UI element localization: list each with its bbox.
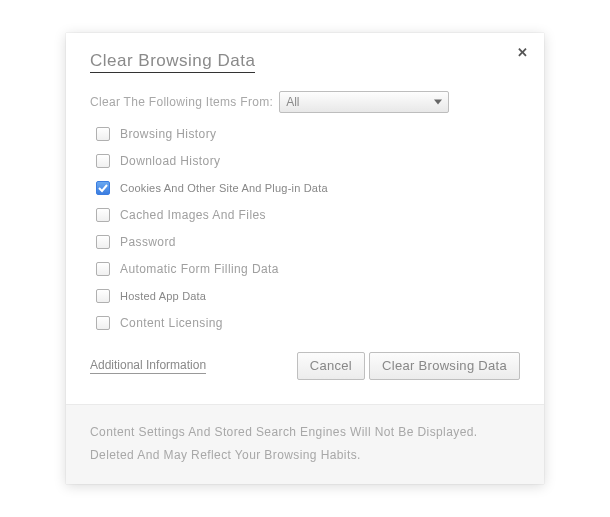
dialog-footer: Content Settings And Stored Search Engin… xyxy=(66,404,544,485)
button-group: Cancel Clear Browsing Data xyxy=(297,352,520,380)
option-cookies: Cookies And Other Site And Plug-in Data xyxy=(96,181,520,195)
time-range-value: All xyxy=(286,95,299,109)
option-download-history: Download History xyxy=(96,154,520,168)
checkbox-content-licenses[interactable] xyxy=(96,316,110,330)
checkbox-cookies[interactable] xyxy=(96,181,110,195)
option-label: Password xyxy=(120,235,176,249)
option-label: Download History xyxy=(120,154,220,168)
chevron-down-icon xyxy=(434,99,442,104)
option-passwords: Password xyxy=(96,235,520,249)
close-icon[interactable]: ✕ xyxy=(514,45,530,61)
time-range-label: Clear The Following Items From: xyxy=(90,95,273,109)
checkbox-cached[interactable] xyxy=(96,208,110,222)
option-label: Browsing History xyxy=(120,127,216,141)
option-label: Hosted App Data xyxy=(120,290,206,302)
option-label: Automatic Form Filling Data xyxy=(120,262,279,276)
time-range-row: Clear The Following Items From: All xyxy=(90,91,520,113)
checkbox-download-history[interactable] xyxy=(96,154,110,168)
time-range-select[interactable]: All xyxy=(279,91,449,113)
checkbox-autofill[interactable] xyxy=(96,262,110,276)
clear-data-button[interactable]: Clear Browsing Data xyxy=(369,352,520,380)
option-content-licenses: Content Licensing xyxy=(96,316,520,330)
checkbox-browsing-history[interactable] xyxy=(96,127,110,141)
dialog-title: Clear Browsing Data xyxy=(90,51,255,73)
footer-text-2: Deleted And May Reflect Your Browsing Ha… xyxy=(90,444,520,467)
cancel-button[interactable]: Cancel xyxy=(297,352,365,380)
clear-browsing-data-dialog: ✕ Clear Browsing Data Clear The Followin… xyxy=(66,33,544,485)
option-label: Cookies And Other Site And Plug-in Data xyxy=(120,182,328,194)
option-label: Cached Images And Files xyxy=(120,208,266,222)
checkbox-hosted-app[interactable] xyxy=(96,289,110,303)
additional-info-link[interactable]: Additional Information xyxy=(90,358,206,374)
options-list: Browsing History Download History Cookie… xyxy=(90,127,520,330)
option-label: Content Licensing xyxy=(120,316,223,330)
footer-text-1: Content Settings And Stored Search Engin… xyxy=(90,421,520,444)
option-cached: Cached Images And Files xyxy=(96,208,520,222)
checkbox-passwords[interactable] xyxy=(96,235,110,249)
option-hosted-app: Hosted App Data xyxy=(96,289,520,303)
option-browsing-history: Browsing History xyxy=(96,127,520,141)
actions-row: Additional Information Cancel Clear Brow… xyxy=(90,352,520,380)
option-autofill: Automatic Form Filling Data xyxy=(96,262,520,276)
